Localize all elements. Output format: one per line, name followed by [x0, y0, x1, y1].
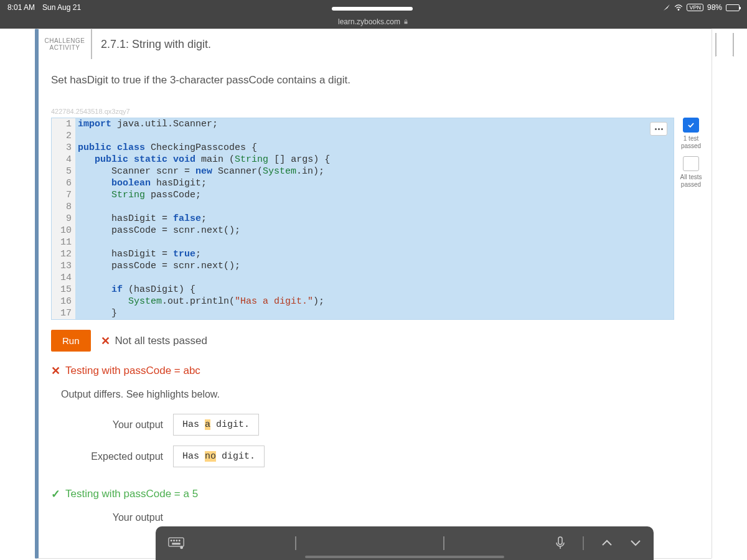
watermark-id: 422784.2543518.qx3zqy7	[39, 93, 712, 118]
svg-point-3	[171, 540, 172, 541]
microphone-icon[interactable]	[555, 536, 565, 550]
line-number: 3	[52, 142, 75, 154]
test-status-text: 1 test	[684, 135, 698, 142]
test-status-text: passed	[681, 142, 701, 149]
empty-check-box	[683, 156, 699, 171]
code-content[interactable]: if (hasDigit) {	[75, 284, 195, 296]
line-number: 10	[52, 225, 75, 236]
your-output-label: Your output	[76, 419, 163, 431]
line-number: 6	[52, 177, 75, 189]
line-number: 14	[52, 272, 75, 284]
test-progress-column: 1 test passed All tests passed	[677, 118, 705, 189]
cursor-indicator	[295, 536, 296, 550]
svg-point-8	[181, 546, 182, 548]
challenge-tag-line2: ACTIVITY	[49, 44, 80, 51]
keyboard-handle[interactable]	[305, 556, 504, 558]
your-output-box: Has a digit.	[173, 414, 259, 436]
line-number: 13	[52, 260, 75, 272]
line-number: 9	[52, 213, 75, 225]
test-result-heading: ✕ Testing with passCode = abc	[51, 364, 699, 378]
code-content[interactable]	[75, 130, 83, 142]
code-content[interactable]: public static void main (String [] args)…	[75, 154, 330, 166]
x-icon: ✕	[101, 334, 110, 348]
browser-url-bar[interactable]: learn.zybooks.com	[0, 15, 747, 29]
output-text: digit.	[216, 451, 255, 462]
location-icon	[663, 4, 670, 11]
code-content[interactable]: public class CheckingPasscodes {	[75, 142, 257, 154]
wifi-icon	[674, 4, 683, 11]
keyboard-icon[interactable]	[168, 537, 184, 549]
svg-point-6	[179, 540, 180, 541]
code-editor[interactable]: 1import java.util.Scanner; 2 3public cla…	[51, 118, 674, 320]
test-status-text: All tests	[680, 174, 702, 180]
lock-icon	[403, 19, 409, 25]
run-message-text: Not all tests passed	[115, 335, 207, 347]
svg-point-0	[679, 9, 680, 11]
line-number: 11	[52, 236, 75, 248]
line-number: 7	[52, 189, 75, 201]
status-handle[interactable]	[332, 7, 413, 11]
line-number: 8	[52, 201, 75, 213]
test-passed-indicator: 1 test passed	[681, 118, 701, 150]
svg-point-4	[174, 540, 175, 541]
challenge-tag: CHALLENGE ACTIVITY	[39, 29, 92, 59]
chevron-up-icon[interactable]	[601, 539, 613, 547]
code-content[interactable]: passCode = scnr.next();	[75, 260, 240, 272]
vpn-badge: VPN	[687, 4, 703, 11]
code-content[interactable]: String passCode;	[75, 189, 201, 201]
code-content[interactable]: hasDigit = false;	[75, 213, 207, 225]
code-content[interactable]: boolean hasDigit;	[75, 177, 207, 189]
cursor-indicator	[443, 536, 444, 550]
svg-rect-9	[558, 537, 562, 544]
code-content[interactable]	[75, 236, 83, 248]
all-tests-indicator: All tests passed	[680, 156, 702, 189]
code-content[interactable]: import java.util.Scanner;	[75, 118, 218, 130]
output-text: Has	[182, 419, 205, 430]
run-message: ✕ Not all tests passed	[101, 334, 207, 348]
challenge-card: CHALLENGE ACTIVITY 2.7.1: String with di…	[35, 29, 712, 559]
divider	[583, 536, 584, 550]
code-content[interactable]: }	[75, 307, 117, 319]
code-content[interactable]: passCode = scnr.next();	[75, 225, 240, 236]
battery-icon	[726, 4, 740, 11]
bookmark-icon[interactable]	[715, 33, 734, 57]
test-heading-text: Testing with passCode = abc	[65, 365, 200, 377]
challenge-tag-line1: CHALLENGE	[44, 37, 85, 44]
test-status-text: passed	[681, 181, 701, 188]
svg-rect-7	[172, 543, 180, 544]
code-content[interactable]: System.out.println("Has a digit.");	[75, 296, 324, 307]
line-number: 4	[52, 154, 75, 166]
line-number: 17	[52, 307, 75, 319]
keyboard-toolbar[interactable]	[156, 526, 654, 560]
your-output-label: Your output	[76, 512, 163, 523]
diff-message: Output differs. See highlights below.	[61, 389, 699, 400]
chevron-down-icon[interactable]	[630, 539, 641, 547]
instruction-text: Set hasDigit to true if the 3-character …	[39, 59, 712, 93]
line-number: 16	[52, 296, 75, 307]
check-icon: ✓	[51, 487, 60, 501]
svg-rect-1	[405, 22, 408, 24]
check-icon	[683, 118, 699, 133]
test-heading-text: Testing with passCode = a 5	[65, 488, 198, 500]
code-content[interactable]	[75, 201, 83, 213]
highlighted-diff: no	[205, 451, 216, 462]
line-number: 1	[52, 118, 75, 130]
status-time: 8:01 AM	[7, 3, 35, 12]
more-menu-button[interactable]	[650, 122, 667, 136]
code-content[interactable]: hasDigit = true;	[75, 248, 201, 260]
line-number: 2	[52, 130, 75, 142]
output-text: Has	[182, 451, 205, 462]
expected-output-label: Expected output	[76, 451, 163, 462]
test-result-heading: ✓ Testing with passCode = a 5	[51, 487, 699, 501]
code-content[interactable]	[75, 272, 83, 284]
svg-rect-2	[169, 538, 184, 546]
code-content[interactable]: Scanner scnr = new Scanner(System.in);	[75, 166, 324, 177]
run-button[interactable]: Run	[51, 330, 91, 352]
output-text: digit.	[210, 419, 250, 430]
line-number: 12	[52, 248, 75, 260]
status-date: Sun Aug 21	[42, 3, 81, 12]
battery-percent: 98%	[707, 3, 722, 12]
ipad-status-bar: 8:01 AM Sun Aug 21 VPN 98%	[0, 0, 747, 15]
url-text: learn.zybooks.com	[338, 17, 400, 26]
svg-point-5	[176, 540, 177, 541]
